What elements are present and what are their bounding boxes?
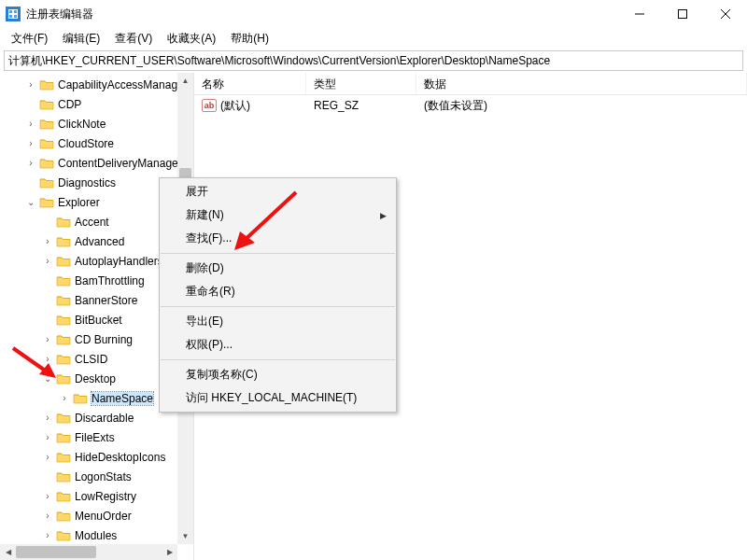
window-controls xyxy=(618,0,747,28)
chevron-down-icon[interactable]: ⌄ xyxy=(24,197,37,207)
window-title: 注册表编辑器 xyxy=(26,7,618,22)
scroll-right-button[interactable]: ▶ xyxy=(162,544,177,560)
chevron-right-icon[interactable]: › xyxy=(41,413,54,423)
string-value-icon: ab xyxy=(202,99,217,112)
tree-label: Accent xyxy=(75,216,109,229)
ctx-goto[interactable]: 访问 HKEY_LOCAL_MACHINE(T) xyxy=(160,386,396,410)
menu-help[interactable]: 帮助(H) xyxy=(223,29,276,49)
tree-label: Discardable xyxy=(75,412,134,425)
annotation-arrow xyxy=(229,187,303,261)
tree-label: LowRegistry xyxy=(75,490,136,503)
chevron-right-icon[interactable]: › xyxy=(41,511,54,521)
tree-label: Desktop xyxy=(75,372,116,385)
tree-label: CD Burning xyxy=(75,333,133,346)
tree-label: CDP xyxy=(58,98,81,111)
tree-scrollbar-horizontal[interactable]: ◀ ▶ xyxy=(0,544,177,560)
svg-rect-1 xyxy=(9,10,12,13)
maximize-button[interactable] xyxy=(661,0,704,28)
chevron-right-icon[interactable]: › xyxy=(58,393,71,403)
chevron-right-icon[interactable]: › xyxy=(41,256,54,266)
folder-icon xyxy=(56,235,71,248)
tree-item[interactable]: ›CapabilityAccessManager xyxy=(0,75,193,94)
address-bar[interactable]: 计算机\HKEY_CURRENT_USER\Software\Microsoft… xyxy=(4,50,743,71)
tree-item[interactable]: ›ClickNote xyxy=(0,114,193,133)
tree-item[interactable]: ·CDP xyxy=(0,94,193,114)
value-data: (数值未设置) xyxy=(416,98,747,114)
tree-label: CloudStore xyxy=(58,137,114,150)
folder-icon xyxy=(56,216,71,229)
folder-icon xyxy=(39,176,54,189)
folder-icon xyxy=(56,255,71,268)
tree-item[interactable]: ›LowRegistry xyxy=(0,486,193,506)
tree-label: NameSpace xyxy=(92,392,153,405)
tree-label: Explorer xyxy=(58,196,100,209)
folder-icon xyxy=(56,490,71,503)
tree-item[interactable]: ·LogonStats xyxy=(0,467,193,486)
ctx-separator xyxy=(161,359,395,360)
tree-label: CapabilityAccessManager xyxy=(58,78,188,91)
tree-item[interactable]: ›FileExts xyxy=(0,427,193,447)
chevron-right-icon[interactable]: › xyxy=(41,530,54,540)
folder-icon xyxy=(56,314,71,327)
ctx-copyname[interactable]: 复制项名称(C) xyxy=(160,363,396,386)
app-icon xyxy=(6,7,21,21)
tree-item[interactable]: ›MenuOrder xyxy=(0,506,193,525)
chevron-right-icon[interactable]: › xyxy=(41,236,54,246)
col-data[interactable]: 数据 xyxy=(416,73,747,94)
menu-view[interactable]: 查看(V) xyxy=(107,29,160,49)
chevron-right-icon[interactable]: › xyxy=(24,119,37,129)
value-type: REG_SZ xyxy=(306,99,416,112)
chevron-right-icon[interactable]: › xyxy=(24,138,37,148)
menu-edit[interactable]: 编辑(E) xyxy=(55,29,107,49)
folder-icon xyxy=(39,118,54,131)
tree-label: MenuOrder xyxy=(75,510,132,523)
close-button[interactable] xyxy=(704,0,747,28)
tree-label: BitBucket xyxy=(75,314,122,327)
tree-item[interactable]: ›HideDesktopIcons xyxy=(0,447,193,467)
tree-item[interactable]: ›CloudStore xyxy=(0,133,193,153)
chevron-right-icon[interactable]: › xyxy=(41,452,54,462)
col-name[interactable]: 名称 xyxy=(194,73,306,94)
folder-icon xyxy=(39,137,54,150)
ctx-export[interactable]: 导出(E) xyxy=(160,310,396,333)
ctx-rename[interactable]: 重命名(R) xyxy=(160,280,396,303)
svg-rect-4 xyxy=(14,15,17,18)
tree-item[interactable]: ›ContentDeliveryManager xyxy=(0,153,193,173)
chevron-right-icon[interactable]: › xyxy=(24,79,37,90)
folder-icon xyxy=(56,431,71,444)
folder-icon xyxy=(56,451,71,464)
scroll-track-h[interactable] xyxy=(16,544,162,560)
tree-label: LogonStats xyxy=(75,470,132,483)
svg-marker-10 xyxy=(39,363,56,378)
titlebar: 注册表编辑器 xyxy=(0,0,747,28)
chevron-right-icon[interactable]: › xyxy=(24,158,37,168)
menubar: 文件(F) 编辑(E) 查看(V) 收藏夹(A) 帮助(H) xyxy=(0,28,747,49)
folder-icon xyxy=(56,412,71,425)
value-row[interactable]: ab (默认) REG_SZ (数值未设置) xyxy=(194,95,747,116)
scroll-thumb-h[interactable] xyxy=(16,546,96,558)
tree-label: Modules xyxy=(75,529,117,542)
values-header: 名称 类型 数据 xyxy=(194,73,747,95)
folder-icon xyxy=(56,529,71,542)
value-name: (默认) xyxy=(220,98,250,114)
tree-label: Advanced xyxy=(75,235,124,248)
chevron-right-icon[interactable]: › xyxy=(41,491,54,501)
tree-label: ContentDeliveryManager xyxy=(58,157,182,170)
svg-rect-3 xyxy=(9,15,12,18)
minimize-button[interactable] xyxy=(618,0,661,28)
ctx-permissions[interactable]: 权限(P)... xyxy=(160,333,396,357)
folder-icon xyxy=(39,78,54,91)
tree-label: HideDesktopIcons xyxy=(75,451,165,464)
menu-favorites[interactable]: 收藏夹(A) xyxy=(160,29,223,49)
ctx-separator xyxy=(161,306,395,307)
scroll-down-button[interactable]: ▼ xyxy=(177,528,193,544)
folder-icon xyxy=(39,196,54,209)
col-type[interactable]: 类型 xyxy=(306,73,416,94)
scroll-left-button[interactable]: ◀ xyxy=(0,544,16,560)
svg-line-11 xyxy=(242,192,296,243)
tree-label: ClickNote xyxy=(58,118,106,131)
chevron-right-icon[interactable]: › xyxy=(41,432,54,442)
tree-item[interactable]: ›Modules xyxy=(0,525,193,545)
scroll-up-button[interactable]: ▲ xyxy=(177,73,193,89)
menu-file[interactable]: 文件(F) xyxy=(4,29,55,49)
